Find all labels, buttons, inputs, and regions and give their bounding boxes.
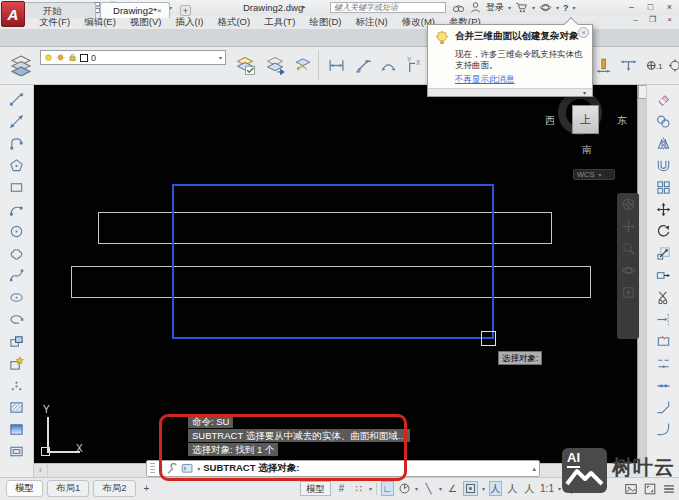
ellipse-button[interactable] [5, 286, 29, 308]
nav-pan-icon[interactable] [621, 219, 636, 234]
maximize-button[interactable]: □ [643, 2, 658, 14]
annotation-visibility-icon[interactable]: 人 [489, 481, 502, 496]
viewcube-south-label[interactable]: 南 [582, 143, 592, 157]
construction-line-button[interactable] [5, 110, 29, 132]
doc-title-caret-icon[interactable]: ▸ [302, 3, 306, 11]
help-button[interactable]: ? [563, 3, 569, 13]
polyline-button[interactable] [5, 132, 29, 154]
offset-button[interactable] [651, 154, 675, 176]
divide-button[interactable] [651, 374, 675, 396]
layer-sun-icon[interactable] [56, 53, 65, 62]
line-button[interactable] [5, 88, 29, 110]
search-input[interactable] [330, 2, 446, 13]
polygon-button[interactable] [5, 154, 29, 176]
vscroll-thumb[interactable] [638, 85, 646, 99]
dim-arclength-icon[interactable] [376, 49, 400, 81]
circle-button[interactable] [5, 220, 29, 242]
dim-aligned-icon[interactable] [350, 49, 374, 81]
polar-toggle-icon[interactable] [398, 481, 411, 496]
hscroll-left-arrow-icon[interactable]: ‹ [34, 464, 48, 477]
spline-button[interactable] [5, 264, 29, 286]
layer-dropdown[interactable]: 0 ▾ [40, 50, 226, 65]
layout-tab-model[interactable]: 模型 [6, 480, 43, 497]
gradient-button[interactable] [5, 418, 29, 440]
erase-button[interactable] [651, 88, 675, 110]
annotation-autoscale-icon[interactable]: 人 [506, 481, 519, 496]
layout-tab-layout2[interactable]: 布局2 [93, 480, 135, 497]
connect-icon[interactable] [539, 1, 552, 14]
tab-close-icon[interactable]: × [157, 6, 162, 15]
menu-item-3[interactable]: 插入(I) [168, 16, 210, 29]
annotation-scale-icon[interactable]: 人 [523, 481, 536, 496]
isodraft-caret-icon[interactable]: ▾ [439, 486, 442, 492]
doc-close-button[interactable]: × [662, 15, 677, 26]
extend-button[interactable] [651, 308, 675, 330]
new-layout-button[interactable]: + [140, 483, 154, 494]
rotate-button[interactable] [651, 220, 675, 242]
hatch-button[interactable] [5, 396, 29, 418]
layer-bulb-icon[interactable] [44, 53, 53, 62]
osnap-toggle-icon[interactable] [463, 481, 478, 496]
isodraft-toggle-icon[interactable]: ╲ [422, 481, 435, 496]
fillet-button[interactable] [651, 418, 675, 440]
create-block-button[interactable] [5, 352, 29, 374]
point-button[interactable] [5, 374, 29, 396]
layer-previous-icon[interactable] [292, 49, 314, 81]
nav-wheel-icon[interactable] [621, 197, 636, 212]
model-space-button[interactable]: 模型 [300, 481, 331, 496]
copy-button[interactable] [651, 110, 675, 132]
ellipse-arc-button[interactable] [5, 308, 29, 330]
sign-in-button[interactable]: 登录 [486, 1, 504, 14]
nav-orbit-icon[interactable] [621, 263, 636, 278]
command-collapse-icon[interactable]: ▴ [532, 465, 536, 473]
viewcube-east-label[interactable]: 东 [617, 114, 627, 128]
layer-match-icon[interactable] [262, 49, 288, 81]
menu-item-6[interactable]: 绘图(D) [302, 16, 348, 29]
doc-minimize-button[interactable]: – [628, 15, 643, 26]
dismiss-message-link[interactable]: 不再显示此消息 [455, 74, 515, 86]
array-button[interactable] [651, 176, 675, 198]
snap-caret-icon[interactable]: ▾ [369, 486, 372, 492]
menu-item-4[interactable]: 格式(O) [210, 16, 257, 29]
autocad-logo-icon[interactable]: A [1, 1, 25, 27]
command-grip-handle[interactable] [150, 463, 155, 474]
revision-cloud-button[interactable] [5, 242, 29, 264]
osnap-caret-icon[interactable]: ▾ [482, 486, 485, 492]
snap-toggle-icon[interactable]: ∷ [352, 481, 365, 496]
connect-caret-icon[interactable]: ▾ [556, 5, 559, 11]
layer-combo-caret-icon[interactable]: ▾ [219, 55, 222, 61]
search-binoculars-icon[interactable] [452, 1, 465, 14]
quick-dim-icon[interactable] [592, 49, 614, 81]
scale-button[interactable] [651, 242, 675, 264]
drawing-canvas[interactable]: 选择对象: 北 南 西 东 上 WCS ▾ Y X [34, 85, 646, 463]
cart-caret-icon[interactable]: ▾ [532, 5, 535, 11]
otrack-toggle-icon[interactable]: ∠ [446, 481, 459, 496]
dim-ordinate-icon[interactable]: XY [402, 49, 426, 81]
stretch-button[interactable] [651, 264, 675, 286]
ortho-toggle-icon[interactable]: ∟ [381, 481, 394, 496]
notification-caret-icon[interactable]: ▾ [583, 90, 586, 96]
annotation-scale-value[interactable]: 1:1 [540, 481, 554, 496]
menu-item-5[interactable]: 工具(T) [257, 16, 302, 29]
polar-caret-icon[interactable]: ▾ [415, 486, 418, 492]
insert-block-button[interactable] [5, 330, 29, 352]
new-tab-button[interactable]: + [180, 5, 191, 16]
center-mark-icon[interactable] [668, 49, 679, 81]
user-icon[interactable] [469, 1, 482, 14]
chamfer-button[interactable] [651, 396, 675, 418]
mirror-button[interactable] [651, 132, 675, 154]
signin-caret-icon[interactable]: ▾ [508, 5, 511, 11]
dim-linear-icon[interactable] [324, 49, 348, 81]
wcs-caret-icon[interactable]: ▾ [599, 172, 602, 178]
help-caret-icon[interactable]: ▾ [573, 5, 576, 11]
dim-continue-icon[interactable] [616, 49, 640, 81]
doc-restore-button[interactable]: ❐ [645, 15, 660, 26]
layer-properties-icon[interactable] [232, 49, 258, 81]
layer-lock-icon[interactable] [68, 53, 77, 62]
viewcube-west-label[interactable]: 西 [545, 114, 555, 128]
join-button[interactable] [651, 352, 675, 374]
nav-motion-icon[interactable] [621, 285, 636, 300]
close-button[interactable]: × [662, 2, 677, 14]
rectangle-button[interactable] [5, 176, 29, 198]
app-store-cart-icon[interactable] [515, 1, 528, 14]
